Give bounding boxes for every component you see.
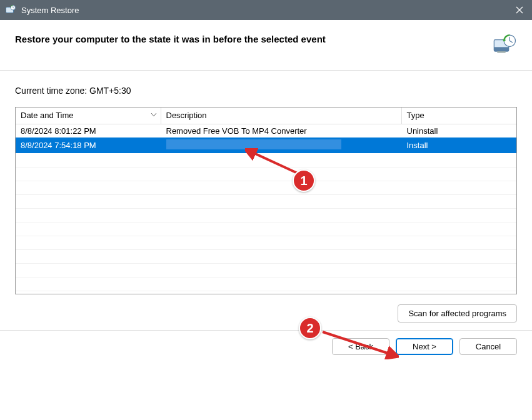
page-heading: Restore your computer to the state it wa… [15,32,484,44]
table-row [16,194,516,208]
annotation-arrow-2 [318,327,399,359]
svg-line-6 [251,152,300,174]
cancel-button[interactable]: Cancel [459,338,517,355]
timezone-label: Current time zone: GMT+5:30 [15,86,517,96]
column-header-datetime[interactable]: Date and Time [16,108,161,124]
cell-type: Install [401,138,516,153]
restore-points-table: Date and Time Description Type 8/8/2024 … [15,107,517,294]
system-restore-icon [5,4,16,16]
footer-buttons: < Back Next > Cancel [0,330,532,362]
annotation-badge-2: 2 [299,317,321,339]
column-header-datetime-label: Date and Time [21,111,74,120]
content-area: Restore your computer to the state it wa… [0,20,532,362]
table-row [16,249,516,263]
table-row [16,181,516,194]
column-header-type[interactable]: Type [401,108,516,124]
column-header-description[interactable]: Description [161,108,401,124]
cell-datetime: 8/8/2024 7:54:18 PM [16,138,161,153]
body-area: Current time zone: GMT+5:30 Date and Tim… [0,71,532,330]
cell-type: Uninstall [401,124,516,138]
annotation-badge-1: 1 [293,169,315,192]
header-row: Restore your computer to the state it wa… [0,20,532,71]
table-row [16,236,516,249]
table-row [16,222,516,236]
column-header-type-label: Type [407,111,424,120]
svg-rect-4 [497,51,505,53]
column-header-description-label: Description [166,111,207,120]
cell-datetime: 8/8/2024 8:01:22 PM [16,124,161,138]
table-row [16,208,516,222]
window-title: System Restore [21,6,507,15]
next-button[interactable]: Next > [396,338,453,355]
sort-indicator-icon [151,110,157,119]
cell-description: Removed Free VOB To MP4 Converter [161,124,401,138]
table-row[interactable]: 8/8/2024 8:01:22 PM Removed Free VOB To … [16,124,516,138]
restore-icon [492,32,517,58]
titlebar: System Restore [0,0,532,20]
svg-line-7 [323,332,391,354]
svg-rect-3 [494,47,508,51]
table-row [16,277,516,291]
table-row [16,263,516,277]
close-button[interactable] [507,0,532,20]
scan-affected-programs-button[interactable]: Scan for affected programs [398,304,517,322]
